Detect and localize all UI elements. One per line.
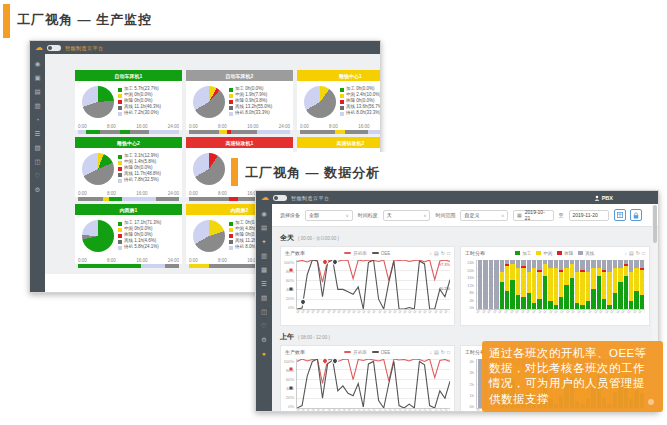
legend-item: 故障 0.9h(3.8%) xyxy=(229,99,272,104)
stacked-bar[interactable] xyxy=(489,260,493,309)
user-icon xyxy=(594,195,600,201)
stacked-bar[interactable] xyxy=(478,260,482,309)
chart-row-allday: 生产效率 开机率OEE ↓▤↻□ 100%80%60%40%20%0%97.3%… xyxy=(280,246,650,326)
download-icon[interactable]: ↓ xyxy=(625,250,628,257)
export-table-button[interactable] xyxy=(614,209,626,221)
stacked-bar[interactable] xyxy=(537,260,541,309)
stacked-bar[interactable] xyxy=(521,260,525,309)
refresh-icon[interactable]: ↻ xyxy=(441,250,445,257)
refresh-icon[interactable]: ↻ xyxy=(441,349,445,356)
range-select[interactable]: 自定义 ∨ xyxy=(460,210,508,221)
legend-item[interactable]: 空闲 xyxy=(536,251,552,256)
stacked-bar[interactable] xyxy=(580,260,584,309)
download-icon[interactable]: ↓ xyxy=(430,349,433,356)
legend-item[interactable]: 加工 xyxy=(515,251,531,256)
users-icon[interactable]: ◫ xyxy=(261,308,267,315)
legend-item[interactable]: 离线 xyxy=(578,251,594,256)
devices-icon[interactable]: ▤ xyxy=(34,88,40,95)
charts-icon[interactable]: ▥ xyxy=(34,102,40,109)
panel-header[interactable]: 自动车床机2 xyxy=(186,70,293,81)
stacked-bar[interactable] xyxy=(554,260,558,309)
device-select[interactable]: 全部 ∨ xyxy=(305,210,353,221)
lock-button[interactable] xyxy=(630,209,642,221)
stacked-bar[interactable] xyxy=(597,260,601,309)
fullscreen-icon[interactable]: □ xyxy=(447,349,450,356)
stacked-bar[interactable] xyxy=(570,260,574,309)
menu-toggle[interactable] xyxy=(273,195,287,201)
refresh-icon[interactable]: ↻ xyxy=(636,250,640,257)
fullscreen-icon[interactable]: □ xyxy=(642,250,645,257)
stacked-bar[interactable] xyxy=(591,260,595,309)
stacked-bar[interactable] xyxy=(494,260,498,309)
stacked-bar[interactable] xyxy=(586,260,590,309)
legend-item[interactable]: OEE xyxy=(372,350,391,355)
stacked-bar[interactable] xyxy=(624,260,628,309)
stacked-bar[interactable] xyxy=(640,260,644,309)
stacked-bar[interactable] xyxy=(483,260,487,309)
legend-item[interactable]: 开机率 xyxy=(344,350,367,355)
stacked-bar[interactable] xyxy=(618,260,622,309)
heart-icon[interactable]: ♡ xyxy=(261,322,267,329)
scrollbar-thumb[interactable] xyxy=(653,205,657,243)
y-axis: 24h20h16h12h8h4h0h xyxy=(463,260,476,324)
legend-item[interactable]: OEE xyxy=(372,251,391,256)
stacked-bar[interactable] xyxy=(516,260,520,309)
menu-toggle[interactable] xyxy=(47,45,61,51)
stacked-bar[interactable] xyxy=(602,260,606,309)
report-icon[interactable]: ▧ xyxy=(261,294,267,301)
clock-icon[interactable]: ◔ xyxy=(36,116,40,123)
panel-header[interactable]: 高速钻攻机2 xyxy=(297,137,380,148)
devices-icon[interactable]: ▤ xyxy=(261,224,267,231)
granularity-select[interactable]: 天 ∨ xyxy=(383,210,431,221)
stacked-bar[interactable] xyxy=(613,260,617,309)
date-from-input[interactable]: ▦ 2019-10-21 xyxy=(513,210,553,221)
home-icon[interactable]: ◉ xyxy=(35,60,41,67)
legend-item[interactable]: 故障 xyxy=(557,251,573,256)
stacked-bar[interactable] xyxy=(510,260,514,309)
help-icon[interactable]: ● xyxy=(262,350,266,357)
fullscreen-icon[interactable]: □ xyxy=(447,250,450,257)
bar-segment-空闲 xyxy=(516,268,520,295)
dataview-icon[interactable]: ▤ xyxy=(629,250,634,257)
favorites-icon[interactable]: ♡ xyxy=(35,172,41,179)
gear-icon[interactable]: ⚙ xyxy=(261,336,267,343)
storage-icon[interactable]: ◫ xyxy=(34,158,40,165)
stacked-bar[interactable] xyxy=(575,260,579,309)
user-menu[interactable]: PBX xyxy=(594,195,613,201)
stacked-bar[interactable] xyxy=(532,260,536,309)
stacked-bar[interactable] xyxy=(564,260,568,309)
stacked-bar[interactable] xyxy=(527,260,531,309)
stacked-bar[interactable] xyxy=(559,260,563,309)
panel-header[interactable]: 内圆磨1 xyxy=(75,204,182,215)
modules-icon[interactable]: ▦ xyxy=(261,266,267,273)
dashboard-icon[interactable]: ▣ xyxy=(34,74,40,81)
panel-header[interactable]: 雕铣中心1 xyxy=(297,70,380,81)
panel-header[interactable]: 雕铣中心2 xyxy=(75,137,182,148)
legend-label: 离线 13.6h(56.7%) xyxy=(346,105,380,110)
stats-icon[interactable]: ▥ xyxy=(261,252,267,259)
panel-header[interactable]: 自动车床机1 xyxy=(75,70,182,81)
monitor-icon[interactable]: ◉ xyxy=(261,210,267,217)
y-tick-label: 100% xyxy=(284,359,294,364)
report-icon[interactable]: ▧ xyxy=(34,144,40,151)
dataview-icon[interactable]: ▤ xyxy=(434,250,439,257)
star-icon[interactable]: ✦ xyxy=(261,238,266,245)
stacked-bar[interactable] xyxy=(629,260,633,309)
list-icon[interactable]: ☰ xyxy=(261,280,267,287)
panel-header[interactable]: 高速钻攻机1 xyxy=(186,137,293,148)
list-icon[interactable]: ☰ xyxy=(35,130,41,137)
legend-item[interactable]: 开机率 xyxy=(344,251,367,256)
settings-icon[interactable]: ⚙ xyxy=(35,186,41,193)
date-to-input[interactable]: 2019-11-20 xyxy=(569,210,609,221)
stacked-bar[interactable] xyxy=(607,260,611,309)
download-icon[interactable]: ↓ xyxy=(430,250,433,257)
legend-swatch-icon xyxy=(118,167,122,171)
dataview-icon[interactable]: ▤ xyxy=(434,349,439,356)
stacked-bar[interactable] xyxy=(634,260,638,309)
stacked-bar[interactable] xyxy=(543,260,547,309)
legend-swatch-icon xyxy=(229,240,233,244)
stacked-bar[interactable] xyxy=(500,260,504,309)
stacked-bar[interactable] xyxy=(548,260,552,309)
stacked-bar[interactable] xyxy=(505,260,509,309)
filter-bar: 选择设备 全部 ∨ 时间粒度 天 ∨ 时间范围 自定义 ∨ ▦ 2019-10-… xyxy=(272,204,658,227)
